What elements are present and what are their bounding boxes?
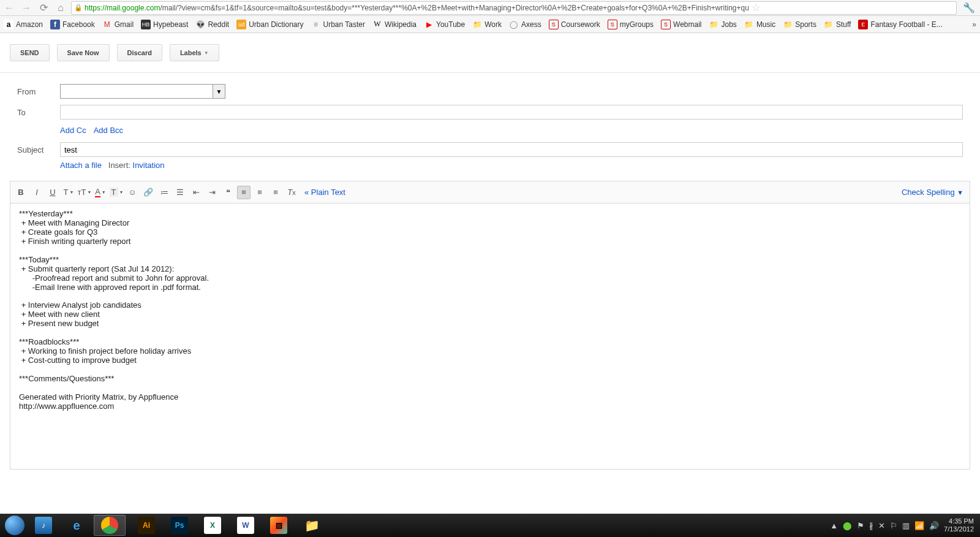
subject-input[interactable] bbox=[60, 142, 963, 157]
add-bcc-link[interactable]: Add Bcc bbox=[94, 126, 123, 135]
url-path: /mail/?view=cm&fs=1&tf=1&source=mailto&s… bbox=[160, 4, 748, 12]
chevron-down-icon: ▼ bbox=[204, 50, 209, 56]
message-body[interactable]: ***Yesterday*** + Meet with Managing Dir… bbox=[10, 203, 970, 470]
bookmark-youtube[interactable]: ▶YouTube bbox=[424, 20, 465, 29]
taskbar-ie[interactable]: e bbox=[61, 515, 92, 536]
bullet-list-button[interactable]: ☰ bbox=[173, 186, 187, 199]
bookmark-gmail[interactable]: MGmail bbox=[102, 20, 134, 29]
bookmark-music[interactable]: 📁Music bbox=[744, 20, 775, 29]
numbered-list-button[interactable]: ≔ bbox=[157, 186, 171, 199]
home-button[interactable]: ⌂ bbox=[54, 1, 67, 15]
bookmark-fantasy[interactable]: EFantasy Football - E... bbox=[858, 20, 942, 29]
url-bar[interactable]: 🔒 https://mail.google.com /mail/?view=cm… bbox=[71, 1, 957, 15]
clock[interactable]: 4:35 PM 7/13/2012 bbox=[944, 517, 974, 533]
system-tray: ▲ ⬤ ⚑ ∦ ✕ ⚐ ▥ 📶 🔊 4:35 PM 7/13/2012 bbox=[830, 517, 978, 533]
clock-time: 4:35 PM bbox=[944, 517, 974, 525]
bookmark-jobs[interactable]: 📁Jobs bbox=[709, 20, 737, 29]
bookmarks-overflow[interactable]: » bbox=[972, 20, 976, 29]
link-button[interactable]: 🔗 bbox=[141, 186, 155, 199]
subject-label: Subject bbox=[17, 145, 60, 154]
compose-form: From ▼ To Add Cc Add Bcc Subject Attach … bbox=[0, 73, 980, 181]
tray-icon[interactable]: ▲ bbox=[830, 521, 838, 530]
text-color-button[interactable]: A▼ bbox=[94, 186, 107, 199]
labels-button[interactable]: Labels▼ bbox=[170, 44, 219, 61]
forward-button[interactable]: → bbox=[20, 1, 33, 15]
lock-icon: 🔒 bbox=[74, 4, 83, 12]
format-toolbar: B I U T▼ тT▼ A▼ T▼ ☺ 🔗 ≔ ☰ ⇤ ⇥ ❝ ≡ ≡ ≡ T… bbox=[10, 181, 970, 203]
font-family-button[interactable]: T▼ bbox=[62, 186, 75, 199]
emoji-button[interactable]: ☺ bbox=[126, 186, 139, 199]
save-now-button[interactable]: Save Now bbox=[57, 44, 110, 61]
bookmark-hypebeast[interactable]: HBHypebeast bbox=[141, 20, 188, 29]
chevron-down-icon: ▼ bbox=[213, 85, 225, 98]
bookmark-wikipedia[interactable]: WWikipedia bbox=[372, 20, 417, 29]
outdent-button[interactable]: ⇤ bbox=[189, 186, 203, 199]
to-input[interactable] bbox=[60, 105, 963, 120]
bold-button[interactable]: B bbox=[14, 186, 28, 199]
highlight-button[interactable]: T▼ bbox=[110, 186, 123, 199]
bookmark-webmail[interactable]: SWebmail bbox=[661, 20, 701, 29]
taskbar-illustrator[interactable]: Ai bbox=[130, 515, 162, 536]
compose-toolbar: SEND Save Now Discard Labels▼ bbox=[0, 33, 980, 73]
bookmark-axess[interactable]: ◯Axess bbox=[509, 20, 541, 29]
volume-icon[interactable]: 🔊 bbox=[929, 521, 939, 530]
bookmark-urbandictionary[interactable]: udUrban Dictionary bbox=[236, 20, 303, 29]
bookmark-coursework[interactable]: SCoursework bbox=[549, 20, 600, 29]
check-spelling-link[interactable]: Check Spelling ▼ bbox=[902, 188, 963, 197]
bookmark-stuff[interactable]: 📁Stuff bbox=[824, 20, 851, 29]
bookmark-mygroups[interactable]: SmyGroups bbox=[608, 20, 654, 29]
start-button[interactable] bbox=[2, 514, 27, 537]
bookmark-facebook[interactable]: fFacebook bbox=[50, 20, 95, 29]
bookmark-urbantaster[interactable]: ≡Urban Taster bbox=[311, 20, 365, 29]
url-host: https://mail.google.com bbox=[85, 4, 160, 12]
star-icon[interactable]: ☆ bbox=[752, 2, 760, 13]
bookmark-amazon[interactable]: aAmazon bbox=[4, 20, 43, 29]
quote-button[interactable]: ❝ bbox=[221, 186, 235, 199]
remove-format-button[interactable]: Tx bbox=[285, 186, 298, 199]
browser-toolbar: ← → ⟳ ⌂ 🔒 https://mail.google.com /mail/… bbox=[0, 0, 980, 16]
bookmark-sports[interactable]: 📁Sports bbox=[783, 20, 816, 29]
tray-icon[interactable]: ⚑ bbox=[857, 521, 864, 530]
taskbar-explorer[interactable]: 📁 bbox=[296, 515, 328, 536]
clock-date: 7/13/2012 bbox=[944, 525, 974, 533]
add-cc-link[interactable]: Add Cc bbox=[60, 126, 86, 135]
attach-file-link[interactable]: Attach a file bbox=[60, 161, 102, 170]
back-button[interactable]: ← bbox=[2, 1, 16, 15]
discard-button[interactable]: Discard bbox=[117, 44, 162, 61]
from-select[interactable]: ▼ bbox=[60, 84, 225, 99]
taskbar-itunes[interactable]: ♪ bbox=[28, 515, 59, 536]
wifi-icon[interactable]: 📶 bbox=[914, 521, 924, 530]
reload-button[interactable]: ⟳ bbox=[37, 1, 50, 15]
bookmark-work[interactable]: 📁Work bbox=[472, 20, 502, 29]
indent-button[interactable]: ⇥ bbox=[205, 186, 219, 199]
font-size-button[interactable]: тT▼ bbox=[78, 186, 91, 199]
windows-taskbar: ♪ e Ai Ps X W ▧ 📁 ▲ ⬤ ⚑ ∦ ✕ ⚐ ▥ 📶 🔊 4:35… bbox=[0, 514, 980, 537]
to-label: To bbox=[17, 108, 60, 117]
taskbar-chrome[interactable] bbox=[94, 515, 126, 536]
align-right-button[interactable]: ≡ bbox=[269, 186, 282, 199]
chevron-down-icon: ▼ bbox=[957, 189, 963, 196]
from-label: From bbox=[17, 87, 60, 96]
bookmarks-bar: aAmazon fFacebook MGmail HBHypebeast 👽Re… bbox=[0, 16, 980, 33]
bookmark-reddit[interactable]: 👽Reddit bbox=[195, 20, 229, 29]
italic-button[interactable]: I bbox=[30, 186, 43, 199]
taskbar-photos[interactable]: ▧ bbox=[263, 515, 295, 536]
invitation-link[interactable]: Invitation bbox=[133, 161, 165, 170]
taskbar-photoshop[interactable]: Ps bbox=[164, 515, 195, 536]
tray-icon[interactable]: ⬤ bbox=[843, 521, 852, 530]
bluetooth-icon[interactable]: ∦ bbox=[869, 521, 873, 530]
taskbar-excel[interactable]: X bbox=[197, 515, 228, 536]
taskbar-word[interactable]: W bbox=[230, 515, 262, 536]
tray-icon[interactable]: ✕ bbox=[878, 521, 885, 530]
flag-icon[interactable]: ⚐ bbox=[890, 521, 897, 530]
send-button[interactable]: SEND bbox=[10, 44, 50, 61]
insert-label: Insert: bbox=[108, 161, 130, 170]
battery-icon[interactable]: ▥ bbox=[902, 521, 910, 530]
align-left-button[interactable]: ≡ bbox=[237, 186, 251, 199]
underline-button[interactable]: U bbox=[46, 186, 59, 199]
settings-icon[interactable]: 🔧 bbox=[963, 2, 975, 13]
plain-text-link[interactable]: « Plain Text bbox=[304, 188, 345, 197]
align-center-button[interactable]: ≡ bbox=[253, 186, 266, 199]
